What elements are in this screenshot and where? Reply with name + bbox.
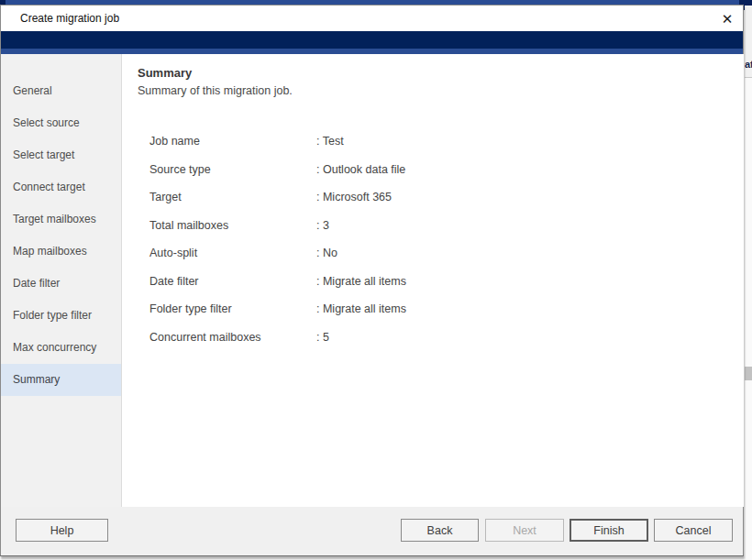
field-value: Test [316, 135, 344, 148]
summary-field-row: Date filter Migrate all items [149, 268, 744, 296]
back-button[interactable]: Back [401, 519, 479, 542]
finish-button[interactable]: Finish [570, 519, 648, 542]
summary-field-row: Source type Outlook data file [149, 156, 744, 184]
field-label: Total mailboxes [149, 219, 316, 232]
sidebar-item-label: Max concurrency [13, 341, 96, 354]
cancel-button[interactable]: Cancel [654, 519, 733, 542]
summary-fields: Job name Test Source type Outlook data f… [149, 127, 744, 351]
sidebar-item[interactable]: Max concurrency [1, 332, 121, 364]
field-value: Outlook data file [316, 163, 405, 176]
header-banner-navy [1, 31, 743, 49]
sidebar-item-label: Map mailboxes [13, 245, 87, 258]
field-label: Source type [149, 163, 316, 176]
field-value: No [316, 247, 337, 259]
field-value: 3 [316, 219, 329, 232]
summary-panel: Summary Summary of this migration job. J… [123, 54, 744, 507]
window-title: Create migration job [20, 12, 119, 25]
background-window-sliver: at [745, 5, 752, 560]
field-label: Folder type filter [149, 302, 316, 315]
sidebar-item[interactable]: Date filter [1, 268, 121, 300]
next-button: Next [485, 519, 564, 542]
summary-field-row: Target Microsoft 365 [149, 183, 744, 212]
sidebar-item[interactable]: Map mailboxes [1, 236, 121, 268]
field-value: 5 [316, 331, 329, 344]
sidebar-item-label: Folder type filter [13, 309, 92, 322]
dialog-footer: Help Back Next Finish Cancel [1, 507, 743, 555]
sidebar-item[interactable]: Select target [1, 139, 121, 171]
sidebar-item-label: Summary [13, 373, 60, 386]
background-panel [745, 78, 752, 560]
field-label: Target [149, 191, 316, 203]
summary-field-row: Folder type filter Migrate all items [149, 295, 744, 324]
sidebar-item-label: Connect target [13, 181, 85, 193]
wizard-steps-sidebar: General Select source Select target Conn… [1, 54, 122, 507]
sidebar-item[interactable]: General [1, 75, 121, 107]
summary-field-row: Auto-split No [149, 239, 744, 268]
sidebar-item-label: General [13, 84, 52, 97]
field-label: Date filter [149, 275, 316, 288]
field-label: Auto-split [149, 247, 316, 259]
sidebar-item[interactable]: Connect target [1, 171, 121, 203]
sidebar-item[interactable]: Folder type filter [1, 300, 121, 332]
field-label: Concurrent mailboxes [149, 331, 316, 344]
sidebar-item-label: Date filter [13, 277, 60, 290]
field-label: Job name [149, 135, 316, 148]
sidebar-item[interactable]: Summary [1, 364, 121, 396]
help-button[interactable]: Help [16, 519, 108, 542]
page-title: Summary [138, 66, 744, 80]
sidebar-item[interactable]: Target mailboxes [1, 203, 121, 236]
create-migration-job-dialog: Create migration job ✕ General Select so… [0, 5, 744, 556]
summary-field-row: Total mailboxes 3 [149, 212, 744, 240]
field-value: Microsoft 365 [316, 191, 392, 203]
sidebar-item[interactable]: Select source [1, 107, 121, 139]
field-value: Migrate all items [316, 275, 406, 288]
field-value: Migrate all items [316, 302, 406, 315]
background-scrollbar-thumb [745, 367, 752, 380]
page-subtitle: Summary of this migration job. [138, 84, 744, 97]
close-icon[interactable]: ✕ [717, 9, 737, 29]
summary-field-row: Concurrent mailboxes 5 [149, 324, 744, 352]
sidebar-item-label: Select target [13, 148, 74, 161]
title-bar: Create migration job ✕ [1, 5, 743, 31]
summary-field-row: Job name Test [149, 127, 744, 156]
sidebar-item-label: Target mailboxes [13, 213, 96, 225]
sidebar-item-label: Select source [13, 116, 80, 129]
background-text-fragment: at [745, 59, 752, 70]
